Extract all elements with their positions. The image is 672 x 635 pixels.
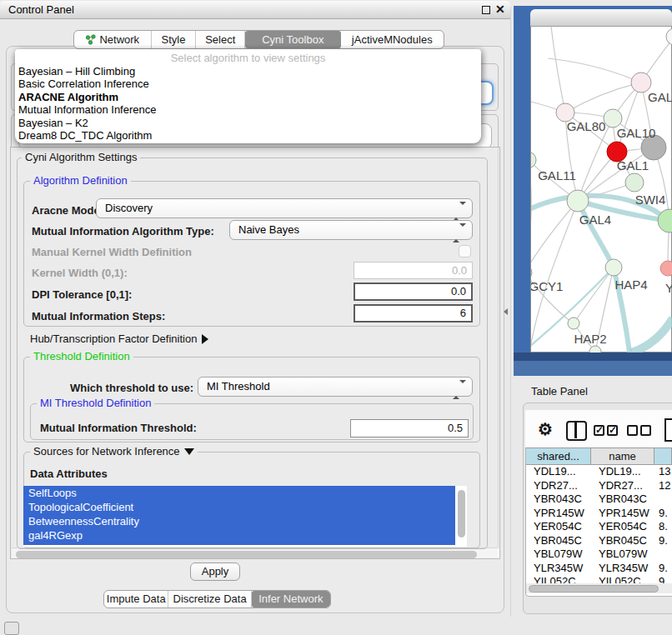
- mi-steps-field[interactable]: 6: [354, 304, 473, 322]
- table-row[interactable]: YIL052CYIL052C9: [526, 575, 672, 583]
- settings-horizontal-scrollbar[interactable]: [12, 548, 498, 559]
- table-panel-title: Table Panel: [531, 385, 588, 398]
- tab-impute-data[interactable]: Impute Data: [104, 591, 168, 608]
- network-node[interactable]: [604, 109, 622, 128]
- attribute-item-selected[interactable]: SelfLoops: [23, 486, 455, 500]
- manual-kernel-width-checkbox[interactable]: [459, 245, 471, 258]
- network-edge[interactable]: [548, 58, 641, 82]
- scrollbar-thumb[interactable]: [529, 585, 659, 592]
- network-edge[interactable]: [531, 201, 578, 352]
- show-columns-icon[interactable]: [566, 421, 587, 441]
- control-panel-title: Control Panel: [8, 3, 74, 16]
- attribute-item-selected[interactable]: BetweennessCentrality: [23, 514, 455, 528]
- float-window-icon[interactable]: [482, 6, 490, 14]
- deselect-all-checkboxes-icon[interactable]: [627, 425, 654, 438]
- close-icon[interactable]: ✕: [495, 2, 505, 16]
- manual-kernel-width-label: Manual Kernel Width Definition: [32, 246, 192, 258]
- tab-network[interactable]: Network: [74, 31, 152, 48]
- apply-button[interactable]: Apply: [190, 562, 240, 581]
- attribute-item-selected[interactable]: gal4RGexp: [23, 528, 455, 542]
- algorithm-list-item[interactable]: Bayesian – Hill Climbing: [15, 65, 481, 78]
- table-horizontal-scrollbar[interactable]: [526, 583, 672, 593]
- table-row[interactable]: YER054CYER054C8.: [526, 520, 672, 534]
- table-row[interactable]: YLR345WYLR345W9.: [526, 562, 672, 576]
- gear-icon[interactable]: ⚙: [538, 419, 553, 439]
- cyni-bottom-tabs: Impute Data Discretize Data Infer Networ…: [103, 590, 331, 608]
- attributes-scrollbar-thumb[interactable]: [458, 490, 465, 538]
- split-pane-collapse-icon[interactable]: [504, 308, 508, 315]
- table-cell: [654, 548, 672, 562]
- network-node[interactable]: [568, 318, 579, 329]
- table-row[interactable]: YBR043CYBR043C: [526, 492, 672, 507]
- table-cell: YBR043C: [526, 492, 591, 507]
- cyni-algorithm-settings-title: Cyni Algorithm Settings: [22, 152, 140, 163]
- network-node-label: HAP2: [574, 332, 606, 346]
- network-node[interactable]: [625, 173, 644, 192]
- network-edge[interactable]: [551, 27, 565, 112]
- network-node[interactable]: [567, 190, 589, 212]
- attribute-item-partial: [23, 542, 455, 545]
- table-row[interactable]: YBL079WYBL079W: [526, 548, 672, 562]
- table-cell: 9.: [654, 562, 672, 576]
- table-cell: YLR345W: [526, 562, 591, 576]
- network-edge[interactable]: [565, 82, 641, 112]
- table-cell: YDR27...: [526, 479, 591, 493]
- table-cell: 9: [654, 575, 672, 583]
- collapse-down-icon[interactable]: [184, 448, 194, 455]
- table-rows: YDL19...YDL19...13YDR27...YDR27...12YBR0…: [526, 465, 672, 583]
- column-header-name[interactable]: name: [591, 448, 654, 465]
- network-node-label: GCY1: [531, 279, 563, 293]
- aracne-mode-combobox[interactable]: Discovery: [96, 198, 473, 218]
- network-node[interactable]: [531, 152, 536, 168]
- network-window-titlebar[interactable]: [530, 9, 672, 27]
- which-threshold-combobox[interactable]: MI Threshold: [198, 377, 473, 397]
- algorithm-list-item[interactable]: Dream8 DC_TDC Algorithm: [15, 129, 481, 142]
- table-cell: YER054C: [591, 520, 654, 534]
- network-node-label: SWI4: [635, 192, 666, 207]
- mi-algorithm-type-combobox[interactable]: Naive Bayes: [229, 220, 473, 240]
- table-cell: [654, 492, 672, 507]
- algorithm-list-item[interactable]: Bayesian – K2: [15, 117, 481, 129]
- table-row[interactable]: YDR27...YDR27...12: [526, 479, 672, 493]
- table-row[interactable]: YDL19...YDL19...13: [526, 465, 672, 479]
- tab-discretize-data[interactable]: Discretize Data: [168, 591, 251, 608]
- settings-vertical-scrollbar[interactable]: [498, 148, 500, 548]
- kernel-width-field[interactable]: 0.0: [354, 262, 473, 279]
- table-cell: YBR045C: [591, 534, 654, 548]
- tab-select[interactable]: Select: [196, 31, 245, 48]
- table-row[interactable]: YPR145WYPR145W9.: [526, 507, 672, 521]
- combobox-arrows-icon: [453, 202, 466, 221]
- hub-transcription-factor-section[interactable]: Hub/Transcription Factor Definition: [30, 332, 208, 345]
- algorithm-list-item[interactable]: Basic Correlation Inference: [15, 78, 481, 90]
- table-cell: 13: [654, 465, 672, 479]
- network-node[interactable]: [605, 259, 622, 276]
- tab-jactivemnodules[interactable]: jActiveMNodules: [341, 31, 444, 48]
- network-node[interactable]: [660, 261, 672, 276]
- network-node-label: GAL: [648, 90, 672, 104]
- column-header-partial[interactable]: [654, 448, 672, 465]
- network-canvas[interactable]: GALGAL80GAL10GAL1GAL11SWI4GAL4GCY1HAP4YH…: [531, 27, 672, 352]
- network-node-label: GAL1: [617, 158, 649, 172]
- network-node[interactable]: [666, 28, 672, 45]
- minimized-panel-button[interactable]: [4, 622, 19, 635]
- tab-cyni-toolbox[interactable]: Cyni Toolbox: [245, 31, 340, 48]
- table-row[interactable]: YBR045CYBR045C9.: [526, 534, 672, 548]
- column-header-shared-name[interactable]: shared...: [526, 448, 591, 465]
- scrollbar-thumb[interactable]: [16, 551, 477, 558]
- algorithm-definition-title: Algorithm Definition: [30, 175, 131, 187]
- algorithm-list-item[interactable]: Mutual Information Inference: [15, 103, 481, 116]
- table-cell: YPR145W: [591, 507, 654, 521]
- tab-infer-network[interactable]: Infer Network: [252, 591, 330, 608]
- attribute-item-selected[interactable]: TopologicalCoefficient: [23, 500, 455, 514]
- network-edge[interactable]: [631, 318, 672, 352]
- dpi-tolerance-field[interactable]: 0.0: [354, 282, 473, 301]
- algorithm-list-item[interactable]: ARACNE Algorithm: [15, 91, 481, 103]
- tab-style[interactable]: Style: [152, 31, 197, 48]
- control-panel-titlebar: Control Panel ✕: [0, 0, 510, 19]
- expand-right-icon[interactable]: [202, 334, 208, 344]
- export-table-icon[interactable]: [664, 418, 672, 442]
- mi-threshold-field[interactable]: 0.5: [350, 419, 469, 438]
- select-all-checkboxes-icon[interactable]: [594, 425, 620, 438]
- network-node[interactable]: [531, 265, 532, 280]
- network-graph[interactable]: GALGAL80GAL10GAL1GAL11SWI4GAL4GCY1HAP4YH…: [531, 27, 672, 352]
